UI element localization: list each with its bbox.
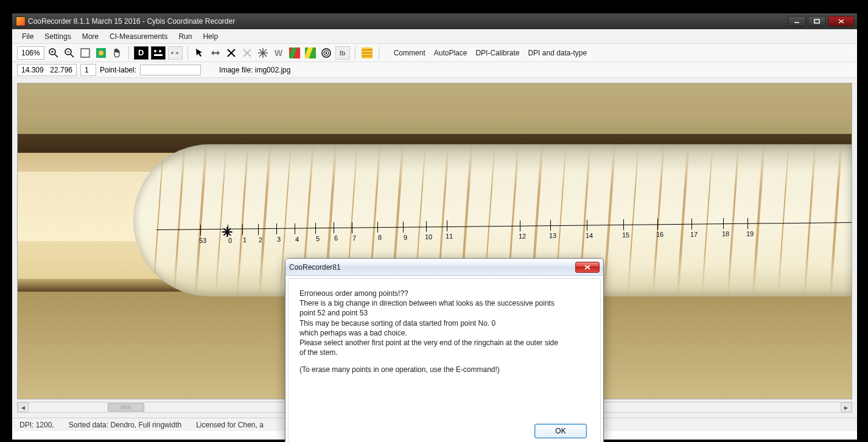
svg-point-17 <box>171 52 173 54</box>
point-label-input[interactable] <box>140 65 201 75</box>
tick <box>587 220 587 231</box>
target-icon[interactable] <box>320 46 333 60</box>
svg-rect-1 <box>814 19 819 23</box>
tick-label: 7 <box>352 234 356 242</box>
app-window: CooRecorder 8.1.1 March 15 2016 - Cybis … <box>12 13 857 440</box>
cmd-autoplace[interactable]: AutoPlace <box>434 49 467 57</box>
color-tool-icon[interactable] <box>94 46 108 60</box>
status-sorted: Sorted data: Dendro, Full ringwidth <box>69 421 181 429</box>
tick <box>315 223 316 234</box>
zoom-out-icon[interactable] <box>63 46 76 60</box>
move-horiz-icon[interactable] <box>209 46 222 60</box>
lb-tool-icon[interactable]: lb <box>335 46 350 60</box>
status-license: Licensed for Chen, a <box>196 421 264 429</box>
image-file-label: Image file: img002.jpg <box>219 66 290 74</box>
tick-label: 0 <box>228 237 232 244</box>
cursor-icon[interactable] <box>193 46 206 60</box>
hand-tool-icon[interactable] <box>110 46 124 60</box>
tick <box>657 219 658 230</box>
scroll-thumb[interactable] <box>108 403 144 412</box>
tick-label: 18 <box>722 230 729 237</box>
tick-label: 13 <box>549 232 556 239</box>
dialog-ok-button[interactable]: OK <box>534 424 587 438</box>
dialog-line: point 52 and point 53 <box>299 308 589 318</box>
dialog-body: Erroneous order among points!?? There is… <box>288 278 601 442</box>
tick-label: 12 <box>519 233 526 240</box>
fit-window-icon[interactable] <box>79 46 92 60</box>
maximize-button[interactable] <box>808 16 826 27</box>
tick-label: 6 <box>334 234 338 242</box>
tick-label: 19 <box>746 230 754 237</box>
dialog-line: Erroneous order among points!?? <box>299 289 589 298</box>
grid-icon[interactable] <box>360 46 374 60</box>
tick-label: 2 <box>259 236 262 244</box>
points-mode-icon[interactable] <box>151 46 166 60</box>
menu-ci-measurements[interactable]: CI-Measurements <box>110 32 167 41</box>
info-bar: 14.309 22.796 1 Point-label: Image file:… <box>12 62 857 78</box>
scroll-right-button[interactable]: ► <box>841 402 852 412</box>
tick-label: 15 <box>622 231 629 239</box>
zoom-in-icon[interactable] <box>47 46 60 60</box>
tick <box>623 219 624 230</box>
tick-label: 1 <box>243 236 247 244</box>
tick <box>447 220 447 231</box>
menubar: File Settings More CI-Measurements Run H… <box>12 29 857 44</box>
menu-file[interactable]: File <box>22 32 33 41</box>
dialog-close-button[interactable] <box>575 262 600 273</box>
cmd-dpi-calibrate[interactable]: DPI-Calibrate <box>475 49 519 57</box>
scroll-left-button[interactable]: ◄ <box>18 402 29 412</box>
tick <box>747 218 748 229</box>
image-file-name: img002.jpg <box>255 66 291 74</box>
svg-point-15 <box>159 50 161 52</box>
stripe-green-icon[interactable] <box>288 46 301 60</box>
tick-label: 53 <box>199 237 206 244</box>
dialog-line: There is a big change in direction betwe… <box>299 298 589 308</box>
toolbar: 106% D <box>12 44 857 62</box>
menu-more[interactable]: More <box>82 32 99 41</box>
star-icon[interactable] <box>256 46 270 60</box>
svg-rect-11 <box>81 49 89 57</box>
point-label-label: Point-label: <box>100 66 136 74</box>
delete-point-icon[interactable] <box>225 46 238 60</box>
tick <box>377 222 378 233</box>
coord-readout: 14.309 22.796 <box>17 64 77 76</box>
w-tool-icon[interactable]: W <box>272 46 285 60</box>
d-mode-icon[interactable]: D <box>134 46 149 60</box>
tick <box>276 223 277 234</box>
error-dialog: CooRecorder81 Erroneous order among poin… <box>285 258 604 442</box>
zoom-level[interactable]: 106% <box>17 46 44 60</box>
titlebar: CooRecorder 8.1.1 March 15 2016 - Cybis … <box>12 13 857 29</box>
grey-mode-icon[interactable] <box>168 46 183 60</box>
dialog-line: Please select another first point at the… <box>299 338 589 348</box>
svg-point-13 <box>99 51 103 55</box>
stripe-yellow-icon[interactable] <box>304 46 317 60</box>
tick <box>334 222 334 233</box>
menu-help[interactable]: Help <box>203 32 218 41</box>
tick-label: 5 <box>316 235 320 242</box>
close-button[interactable] <box>828 16 855 27</box>
tick <box>295 223 295 234</box>
svg-point-18 <box>176 52 178 54</box>
tick <box>426 221 427 232</box>
dialog-line: which perhaps was a bad choice. <box>299 328 589 338</box>
dialog-titlebar[interactable]: CooRecorder81 <box>285 259 603 276</box>
dialog-line: (To erase many points in one operation, … <box>299 365 589 374</box>
tick-label: 11 <box>446 233 453 240</box>
tick <box>242 224 243 235</box>
tick <box>520 220 520 231</box>
menu-settings[interactable]: Settings <box>44 32 71 41</box>
svg-rect-16 <box>154 54 163 56</box>
cmd-dpi-datatype[interactable]: DPI and data-type <box>528 49 587 57</box>
tick-label: 4 <box>295 236 299 243</box>
tick <box>691 219 692 230</box>
menu-run[interactable]: Run <box>178 32 192 41</box>
coord-x: 14.309 <box>21 66 44 74</box>
tick <box>550 220 551 231</box>
tick-label: 9 <box>404 234 407 241</box>
cmd-comment[interactable]: Comment <box>394 49 425 57</box>
svg-point-14 <box>154 50 156 52</box>
delete-point-grey-icon[interactable] <box>240 46 254 60</box>
tick-label: 8 <box>378 234 382 241</box>
minimize-button[interactable] <box>788 16 806 27</box>
tick-label: 10 <box>425 233 432 240</box>
